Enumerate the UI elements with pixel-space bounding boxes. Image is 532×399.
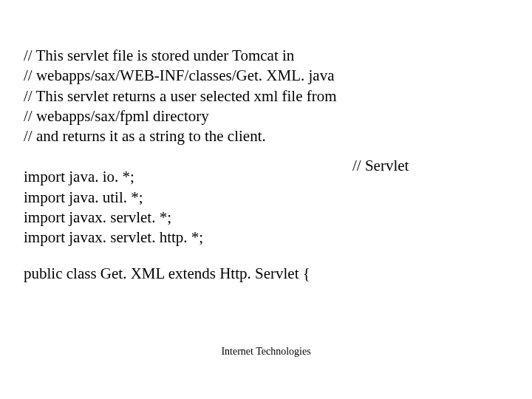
spacer bbox=[24, 146, 508, 167]
comment-line: // This servlet file is stored under Tom… bbox=[24, 46, 508, 66]
import-line: import java. util. *; bbox=[24, 188, 508, 208]
slide-content: // This servlet file is stored under Tom… bbox=[0, 0, 532, 283]
footer-text: Internet Technologies bbox=[0, 346, 532, 358]
class-declaration: public class Get. XML extends Http. Serv… bbox=[24, 265, 508, 283]
import-line: import javax. servlet. http. *; bbox=[24, 228, 508, 248]
import-block: import java. io. *; import java. util. *… bbox=[24, 167, 508, 248]
comment-block: // This servlet file is stored under Tom… bbox=[24, 46, 508, 146]
import-line: import java. io. *; bbox=[24, 167, 508, 187]
comment-line: // and returns it as a string to the cli… bbox=[24, 126, 508, 146]
comment-line: // webapps/sax/fpml directory bbox=[24, 106, 508, 126]
comment-line: // This servlet returns a user selected … bbox=[24, 86, 508, 106]
servlet-comment: // Servlet bbox=[352, 157, 409, 175]
import-line: import javax. servlet. *; bbox=[24, 208, 508, 228]
imports-section: // Servlet import java. io. *; import ja… bbox=[24, 167, 508, 248]
comment-line: // webapps/sax/WEB-INF/classes/Get. XML.… bbox=[24, 66, 508, 86]
